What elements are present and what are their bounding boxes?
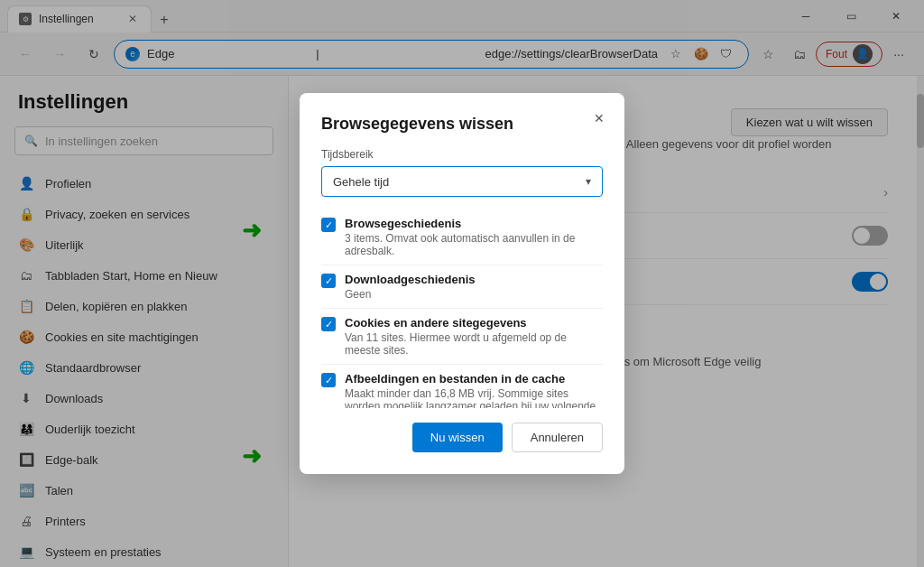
modal-close-button[interactable]: ✕ xyxy=(588,107,610,129)
modal-title: Browsegegevens wissen xyxy=(321,115,603,134)
modal-actions: Nu wissen Annuleren xyxy=(321,423,603,452)
cb-desc-browse-history: 3 items. Omvat ook automatisch aanvullen… xyxy=(345,232,603,257)
checkbox-item-cache: ✓ Afbeeldingen en bestanden in de cache … xyxy=(321,365,603,408)
dropdown-value: Gehele tijd xyxy=(333,175,389,189)
modal-dialog: Browsegegevens wissen ✕ Tijdsbereik Gehe… xyxy=(300,93,624,474)
checkbox-cookies[interactable]: ✓ xyxy=(321,317,336,331)
cb-label-download-history: Downloadgeschiedenis xyxy=(345,273,603,286)
time-range-label: Tijdsbereik xyxy=(321,148,603,161)
cb-label-cookies: Cookies en andere sitegegevens xyxy=(345,316,603,330)
cb-label-browse-history: Browsegeschiedenis xyxy=(345,217,603,230)
cb-desc-download-history: Geen xyxy=(345,288,603,301)
dropdown-chevron-icon: ▾ xyxy=(586,175,591,188)
checkbox-cache[interactable]: ✓ xyxy=(321,373,336,387)
cb-desc-cache: Maakt minder dan 16,8 MB vrij. Sommige s… xyxy=(345,387,603,408)
time-range-dropdown[interactable]: Gehele tijd ▾ xyxy=(321,166,603,197)
cb-desc-cookies: Van 11 sites. Hiermee wordt u afgemeld o… xyxy=(345,331,603,357)
confirm-button[interactable]: Nu wissen xyxy=(412,423,503,452)
modal-overlay: Browsegegevens wissen ✕ Tijdsbereik Gehe… xyxy=(0,0,924,567)
checkbox-download-history[interactable]: ✓ xyxy=(321,274,336,288)
cb-label-cache: Afbeeldingen en bestanden in de cache xyxy=(345,372,603,386)
cancel-button[interactable]: Annuleren xyxy=(512,423,603,452)
checkbox-browse-history[interactable]: ✓ xyxy=(321,218,336,232)
checkbox-item-cookies: ✓ Cookies en andere sitegegevens Van 11 … xyxy=(321,309,603,365)
checkbox-item-download-history: ✓ Downloadgeschiedenis Geen xyxy=(321,265,603,309)
checkbox-item-browse-history: ✓ Browsegeschiedenis 3 items. Omvat ook … xyxy=(321,209,603,265)
modal-scroll-area: ✓ Browsegeschiedenis 3 items. Omvat ook … xyxy=(321,209,603,408)
